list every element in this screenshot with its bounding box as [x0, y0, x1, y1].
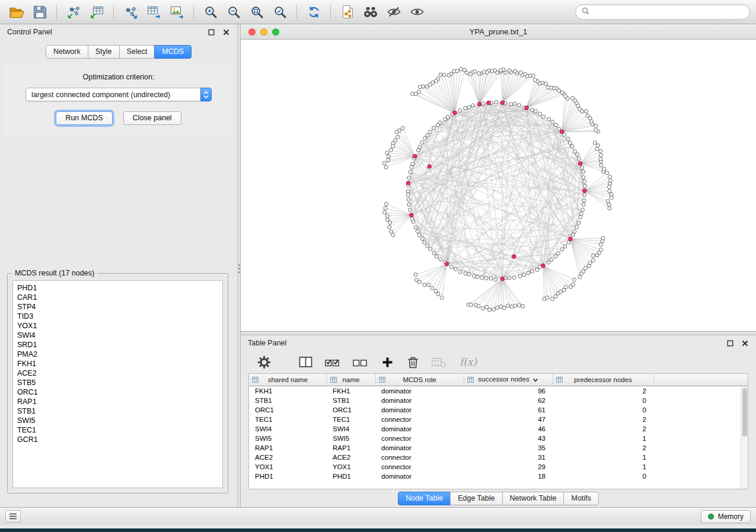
mcds-result-node[interactable]: TEC1	[17, 425, 218, 435]
network-view[interactable]	[241, 40, 755, 331]
memory-button[interactable]: Memory	[701, 510, 751, 523]
tab-mcds[interactable]: MCDS	[154, 45, 192, 59]
node-table-row[interactable]: PHD1PHD1dominator180	[249, 472, 748, 481]
mcds-result-node[interactable]: PMA2	[17, 350, 218, 359]
tab-network[interactable]: Network	[46, 45, 88, 59]
network-file-button[interactable]	[337, 3, 358, 21]
mcds-result-node[interactable]: CAR1	[17, 293, 218, 302]
table-scrollbar[interactable]	[741, 386, 748, 489]
select-all-button[interactable]	[324, 354, 342, 370]
add-row-button[interactable]	[379, 354, 395, 370]
refresh-button[interactable]	[303, 3, 324, 21]
table-tab-network-table[interactable]: Network Table	[502, 492, 564, 505]
cell-successor-nodes: 46	[464, 424, 553, 434]
fx-function-button[interactable]: f(x)	[458, 354, 478, 370]
combo-stepper-button[interactable]	[200, 88, 212, 101]
node-table-row[interactable]: FKH1FKH1dominator962	[249, 386, 748, 396]
mcds-result-node[interactable]: YOX1	[17, 321, 218, 331]
close-panel-action-button[interactable]: Close panel	[123, 111, 181, 125]
zoom-in-button[interactable]	[200, 3, 221, 21]
cell-successor-nodes: 96	[464, 386, 553, 396]
export-table-button[interactable]	[143, 3, 164, 21]
table-tab-node-table[interactable]: Node Table	[398, 492, 451, 505]
mcds-result-node[interactable]: FKH1	[17, 359, 218, 368]
columns-button[interactable]	[298, 354, 314, 370]
import-table-button[interactable]	[86, 3, 107, 21]
mcds-result-list[interactable]: PHD1CAR1STP4TID3YOX1SWI4SRD1PMA2FKH1ACE2…	[12, 280, 223, 488]
float-panel-button[interactable]	[208, 28, 215, 36]
zoom-selected-button[interactable]	[269, 3, 291, 21]
search-box[interactable]	[575, 4, 750, 20]
column-label: shared name	[268, 376, 308, 383]
table-panel: Table Panel f(x)	[241, 335, 756, 507]
mcds-result-node[interactable]: SRD1	[17, 340, 218, 350]
table-scrollbar-thumb[interactable]	[742, 388, 747, 437]
mcds-result-node[interactable]: STB5	[17, 378, 218, 387]
cell-mcds-role: dominator	[375, 396, 464, 405]
optimization-criterion-select[interactable]: largest connected component (undirected)	[25, 88, 212, 101]
export-table-icon	[146, 5, 161, 19]
column-header-shared-name[interactable]: shared name	[249, 374, 327, 386]
open-file-button[interactable]	[6, 3, 27, 21]
save-button[interactable]	[29, 3, 50, 21]
mcds-result-node[interactable]: RAP1	[17, 397, 218, 406]
window-minimize-button[interactable]	[260, 28, 267, 36]
settings-button[interactable]	[256, 354, 272, 370]
node-table-row[interactable]: SWI5SWI5connector431	[249, 434, 748, 443]
cell-predecessor-nodes: 2	[553, 424, 653, 434]
mcds-result-node[interactable]: STP4	[17, 302, 218, 312]
table-panel-title: Table Panel	[248, 339, 726, 347]
table-disabled-button[interactable]	[430, 354, 448, 370]
node-table-row[interactable]: SWI4SWI4dominator462	[249, 424, 748, 434]
toolbar-separator	[330, 5, 331, 20]
window-close-button[interactable]	[248, 28, 256, 36]
column-label: name	[343, 376, 360, 383]
mcds-result-node[interactable]: PHD1	[17, 283, 218, 293]
column-header-MCDS-role[interactable]: MCDS role	[375, 374, 464, 386]
table-tab-edge-table[interactable]: Edge Table	[450, 492, 502, 505]
mcds-result-node[interactable]: ACE2	[17, 368, 218, 378]
table-tab-motifs[interactable]: Motifs	[563, 492, 598, 505]
column-header-successor-nodes[interactable]: successor nodes	[464, 374, 553, 386]
node-table-row[interactable]: RAP1RAP1dominator352	[249, 443, 748, 453]
tab-select[interactable]: Select	[119, 45, 155, 59]
cell-name: TEC1	[327, 415, 375, 424]
run-mcds-button[interactable]: Run MCDS	[56, 111, 112, 125]
node-table-row[interactable]: ACE2ACE2connector311	[249, 453, 748, 462]
column-header-name[interactable]: name	[327, 374, 375, 386]
deselect-all-button[interactable]	[352, 354, 369, 370]
eye-button[interactable]	[406, 3, 428, 21]
eye-slash-button[interactable]	[383, 3, 404, 21]
mcds-result-node[interactable]: SWI5	[17, 416, 218, 425]
zoom-out-button[interactable]	[223, 3, 244, 21]
mcds-result-node[interactable]: STB1	[17, 406, 218, 416]
window-zoom-button[interactable]	[272, 28, 279, 36]
panel-menu-button[interactable]	[5, 510, 21, 523]
node-table-row[interactable]: STB1STB1dominator620	[249, 396, 748, 405]
tab-style[interactable]: Style	[88, 45, 120, 59]
network-window-title: YPA_prune.txt_1	[470, 27, 527, 36]
column-header-predecessor-nodes[interactable]: predecessor nodes	[553, 374, 653, 386]
table-float-panel-button[interactable]	[726, 339, 734, 347]
binoculars-button[interactable]	[360, 3, 381, 21]
search-input[interactable]	[593, 8, 744, 16]
close-panel-button[interactable]	[222, 28, 230, 36]
cell-name: YOX1	[327, 462, 375, 472]
node-table-row[interactable]: TEC1TEC1connector472	[249, 415, 748, 424]
mcds-result-node[interactable]: SWI4	[17, 331, 218, 340]
export-network-button[interactable]	[120, 3, 141, 21]
export-image-button[interactable]	[166, 3, 187, 21]
eye-icon	[410, 5, 425, 18]
cell-predecessor-nodes: 2	[553, 415, 653, 424]
node-table-row[interactable]: YOX1YOX1connector291	[249, 462, 748, 472]
zoom-fit-button[interactable]	[246, 3, 267, 21]
import-network-button[interactable]	[63, 3, 84, 21]
table-close-panel-button[interactable]	[741, 339, 749, 347]
node-table-row[interactable]: ORC1ORC1dominator610	[249, 405, 748, 415]
mcds-result-node[interactable]: TID3	[17, 312, 218, 321]
table-header-row: shared namenameMCDS rolesuccessor nodesp…	[249, 374, 748, 386]
mcds-result-node[interactable]: ORC1	[17, 387, 218, 397]
delete-row-button[interactable]	[405, 354, 420, 370]
vertical-splitter[interactable]	[237, 24, 241, 507]
mcds-result-node[interactable]: GCR1	[17, 435, 218, 444]
